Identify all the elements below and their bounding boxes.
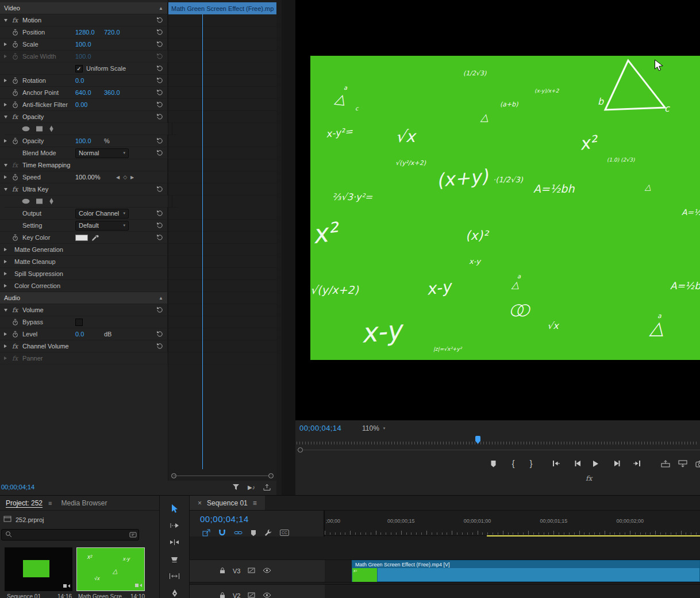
twirl-right-icon[interactable] bbox=[4, 175, 12, 179]
twirl-down-icon[interactable] bbox=[4, 164, 12, 167]
ripple-edit-tool-icon[interactable] bbox=[167, 538, 182, 547]
extract-button[interactable] bbox=[675, 456, 691, 471]
pen-mask-icon[interactable] bbox=[48, 125, 55, 132]
project-file-row[interactable]: 252.prproj bbox=[0, 511, 159, 523]
slip-tool-icon[interactable] bbox=[167, 571, 182, 581]
param-value[interactable]: 100.0 bbox=[75, 53, 104, 60]
bypass-checkbox[interactable] bbox=[75, 319, 83, 326]
panel-menu-icon[interactable]: ≡ bbox=[253, 499, 257, 507]
twirl-right-icon[interactable] bbox=[4, 272, 12, 275]
stopwatch-icon[interactable] bbox=[12, 41, 22, 48]
ellipse-mask-icon[interactable] bbox=[21, 125, 30, 132]
twirl-right-icon[interactable] bbox=[4, 248, 12, 251]
tab-project[interactable]: Project: 252 bbox=[6, 499, 43, 507]
effect-controls-playhead[interactable] bbox=[202, 14, 203, 469]
twirl-right-icon[interactable] bbox=[4, 356, 12, 360]
stopwatch-icon[interactable] bbox=[12, 29, 22, 36]
track-lane-v2[interactable] bbox=[325, 584, 700, 598]
param-value[interactable]: 360.0 bbox=[104, 89, 133, 96]
uniform-scale-checkbox[interactable]: ✓ bbox=[75, 65, 83, 72]
twirl-right-icon[interactable] bbox=[4, 43, 12, 46]
twirl-right-icon[interactable] bbox=[4, 344, 12, 348]
program-timecode[interactable]: 00;00;04;14 bbox=[299, 424, 341, 432]
track-select-forward-tool-icon[interactable] bbox=[167, 520, 182, 530]
add-marker-icon[interactable] bbox=[251, 530, 256, 536]
rect-mask-icon[interactable] bbox=[36, 125, 43, 132]
stopwatch-icon[interactable] bbox=[12, 331, 22, 338]
track-lane-v3[interactable]: Math Green Screen Effect (Free).mp4 [V] … bbox=[325, 559, 700, 582]
track-name[interactable]: V3 bbox=[233, 568, 240, 574]
pen-mask-icon[interactable] bbox=[48, 198, 55, 205]
param-value[interactable]: 720.0 bbox=[104, 29, 133, 36]
collapse-section-icon[interactable]: ▲ bbox=[159, 296, 163, 301]
timeline-settings-icon[interactable] bbox=[264, 529, 272, 536]
twirl-down-icon[interactable] bbox=[4, 116, 12, 118]
reset-parameter-icon[interactable] bbox=[156, 137, 163, 145]
reset-parameter-icon[interactable] bbox=[156, 65, 163, 73]
keyframe-zoom-scrollbar[interactable] bbox=[170, 473, 275, 480]
twirl-right-icon[interactable] bbox=[4, 79, 12, 82]
item-label[interactable]: Math Green Scre... bbox=[78, 593, 126, 598]
mark-out-button[interactable]: } bbox=[523, 456, 539, 471]
list-item-clip-thumbnail[interactable]: x² △ √x x-y bbox=[76, 547, 145, 591]
reset-parameter-icon[interactable] bbox=[156, 343, 163, 351]
stopwatch-icon[interactable] bbox=[12, 319, 22, 326]
reset-parameter-icon[interactable] bbox=[156, 222, 163, 230]
lock-track-icon[interactable] bbox=[220, 567, 225, 575]
add-marker-button[interactable] bbox=[485, 456, 501, 471]
eyedropper-icon[interactable] bbox=[91, 234, 99, 241]
reset-parameter-icon[interactable] bbox=[156, 186, 163, 194]
sync-lock-icon[interactable] bbox=[248, 592, 255, 598]
param-value[interactable]: 100.0 bbox=[75, 41, 104, 48]
twirl-right-icon[interactable] bbox=[4, 103, 12, 106]
param-value[interactable]: 0.00 bbox=[75, 101, 104, 108]
reset-parameter-icon[interactable] bbox=[156, 41, 163, 49]
effect-controls-timecode[interactable]: 00;00;04;14 bbox=[1, 484, 34, 490]
item-label[interactable]: Sequence 01 bbox=[7, 593, 41, 598]
zoom-handle-right-icon[interactable] bbox=[268, 473, 274, 478]
collapse-section-icon[interactable]: ▲ bbox=[159, 6, 163, 11]
go-to-out-button[interactable] bbox=[629, 456, 645, 471]
selection-tool-icon[interactable] bbox=[167, 504, 182, 513]
program-scrubber[interactable] bbox=[297, 435, 699, 446]
stopwatch-icon[interactable] bbox=[12, 77, 22, 85]
reset-parameter-icon[interactable] bbox=[156, 113, 163, 121]
effect-controls-clip-header[interactable]: Math Green Screen Effect (Free).mp bbox=[168, 2, 276, 14]
playhead-marker[interactable] bbox=[475, 436, 480, 444]
play-button[interactable] bbox=[587, 456, 603, 471]
stopwatch-icon[interactable] bbox=[12, 174, 22, 181]
list-item-sequence-thumbnail[interactable] bbox=[5, 547, 72, 591]
panel-menu-icon[interactable]: ≡ bbox=[48, 500, 52, 507]
lift-button[interactable] bbox=[657, 456, 674, 471]
timeline-timecode[interactable]: 00;00;04;14 bbox=[200, 514, 249, 524]
twirl-down-icon[interactable] bbox=[4, 19, 12, 22]
setting-dropdown[interactable]: Default▾ bbox=[75, 221, 129, 231]
reset-parameter-icon[interactable] bbox=[156, 17, 163, 25]
twirl-right-icon[interactable] bbox=[4, 332, 12, 336]
filter-properties-icon[interactable] bbox=[232, 484, 240, 490]
stopwatch-icon[interactable] bbox=[12, 137, 22, 145]
linked-selection-icon[interactable] bbox=[234, 530, 243, 536]
close-panel-icon[interactable]: × bbox=[198, 499, 202, 507]
param-value[interactable]: 0.0 bbox=[75, 331, 104, 338]
panel-divider[interactable] bbox=[282, 0, 295, 495]
param-value[interactable]: 100.0 bbox=[75, 137, 104, 144]
output-dropdown[interactable]: Color Channel▾ bbox=[75, 209, 129, 218]
reset-parameter-icon[interactable] bbox=[156, 331, 163, 339]
prev-keyframe-icon[interactable]: ◀ bbox=[116, 175, 120, 180]
blend-mode-dropdown[interactable]: Normal▾ bbox=[75, 148, 129, 158]
pen-tool-icon[interactable] bbox=[167, 588, 182, 598]
twirl-right-icon[interactable] bbox=[4, 55, 12, 58]
mark-in-button[interactable]: { bbox=[505, 456, 521, 471]
timeline-clip[interactable]: Math Green Screen Effect (Free).mp4 [V] … bbox=[352, 560, 700, 582]
play-audio-icon[interactable]: ▶♪ bbox=[248, 484, 255, 490]
param-value[interactable]: 100.00% bbox=[75, 174, 107, 181]
twirl-down-icon[interactable] bbox=[4, 309, 12, 312]
reset-parameter-icon[interactable] bbox=[156, 53, 163, 61]
param-value[interactable]: 0.0 bbox=[75, 77, 104, 84]
reset-parameter-icon[interactable] bbox=[156, 210, 163, 218]
tab-media-browser[interactable]: Media Browser bbox=[61, 499, 107, 507]
reset-parameter-icon[interactable] bbox=[156, 101, 163, 109]
step-forward-button[interactable] bbox=[609, 456, 625, 471]
monitor-zoom-bar[interactable] bbox=[297, 450, 700, 453]
